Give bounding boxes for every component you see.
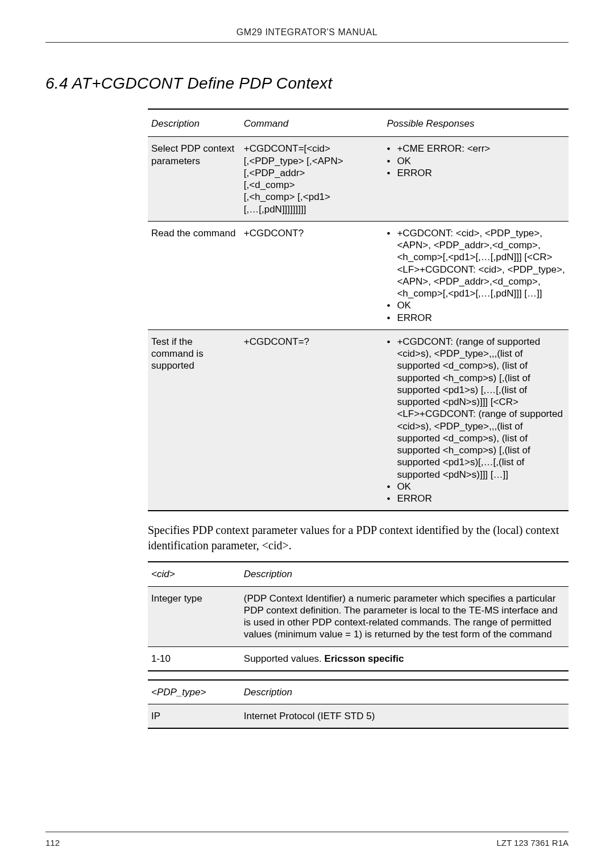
cid-table: <cid> Description Integer type(PDP Conte… [148, 561, 569, 671]
cell-description: Test if the command is supported [148, 329, 240, 511]
cell-responses: +CME ERROR: <err>OKERROR [383, 137, 569, 222]
cell-param: IP [148, 704, 240, 729]
command-table: Description Command Possible Responses S… [148, 108, 569, 511]
th-responses: Possible Responses [383, 109, 569, 137]
table-row: Read the command+CGDCONT?+CGDCONT: <cid>… [148, 221, 569, 329]
cell-description: Select PDP context parameters [148, 137, 240, 222]
th-pdptype: <PDP_type> [148, 680, 240, 704]
response-item: OK [387, 299, 565, 311]
response-item: +CME ERROR: <err> [387, 143, 565, 155]
cell-param: Integer type [148, 586, 240, 646]
doc-header: GM29 INTEGRATOR'S MANUAL [45, 27, 569, 37]
th-command: Command [240, 109, 384, 137]
table-row: Test if the command is supported+CGDCONT… [148, 329, 569, 511]
response-item: ERROR [387, 312, 565, 324]
header-rule [45, 42, 569, 43]
cell-description: Read the command [148, 221, 240, 329]
table-row: IPInternet Protocol (IETF STD 5) [148, 704, 569, 729]
cell-command: +CGDCONT=[<cid>[,<PDP_type> [,<APN>[,<PD… [240, 137, 384, 222]
response-item: +CGDCONT: (range of supported <cid>s), <… [387, 336, 565, 481]
response-item: +CGDCONT: <cid>, <PDP_type>,<APN>, <PDP_… [387, 227, 565, 300]
cell-command: +CGDCONT? [240, 221, 384, 329]
th-cid-desc: Description [240, 562, 569, 586]
response-item: ERROR [387, 167, 565, 179]
page-number: 112 [45, 838, 60, 848]
table-row: 1-10Supported values. Ericsson specific [148, 646, 569, 671]
table-row: Select PDP context parameters+CGDCONT=[<… [148, 137, 569, 222]
response-item: OK [387, 481, 565, 493]
cell-desc: Internet Protocol (IETF STD 5) [240, 704, 569, 729]
cell-desc: Supported values. Ericsson specific [240, 646, 569, 671]
cell-responses: +CGDCONT: (range of supported <cid>s), <… [383, 329, 569, 511]
cell-responses: +CGDCONT: <cid>, <PDP_type>,<APN>, <PDP_… [383, 221, 569, 329]
table-row: Integer type(PDP Context Identifier) a n… [148, 586, 569, 646]
th-description: Description [148, 109, 240, 137]
pdp-type-table: <PDP_type> Description IPInternet Protoc… [148, 679, 569, 729]
response-item: OK [387, 155, 565, 167]
th-pdptype-desc: Description [240, 680, 569, 704]
cell-param: 1-10 [148, 646, 240, 671]
page-footer: 112 LZT 123 7361 R1A [45, 832, 569, 848]
th-cid: <cid> [148, 562, 240, 586]
section-title: 6.4 AT+CGDCONT Define PDP Context [45, 74, 569, 93]
cell-command: +CGDCONT=? [240, 329, 384, 511]
doc-id: LZT 123 7361 R1A [497, 838, 569, 848]
body-paragraph: Specifies PDP context parameter values f… [148, 523, 569, 553]
cell-desc: (PDP Context Identifier) a numeric param… [240, 586, 569, 646]
response-item: ERROR [387, 493, 565, 504]
